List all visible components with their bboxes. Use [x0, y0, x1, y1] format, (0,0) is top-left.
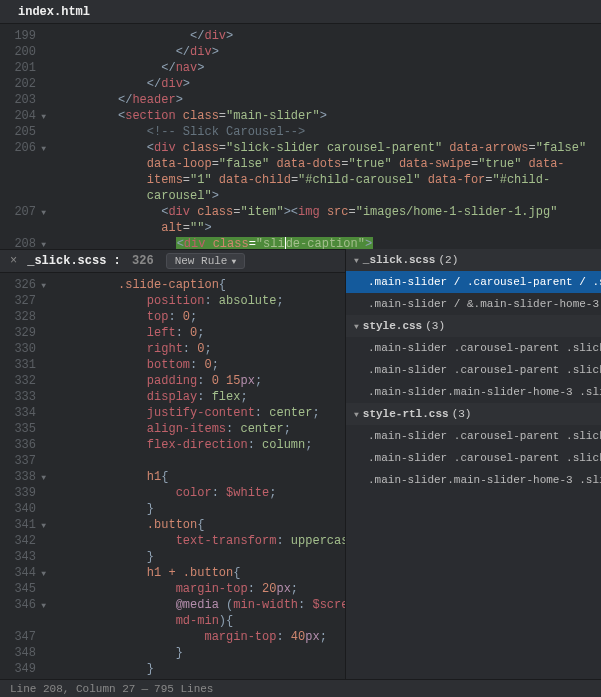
rule-row[interactable]: .main-slider.main-slider-home-3 .slick-s…: [346, 381, 601, 403]
rule-row[interactable]: .main-slider .carousel-parent .slick-sli…: [346, 447, 601, 469]
status-bar: Line 208, Column 27 — 795 Lines: [0, 679, 601, 697]
file-tab[interactable]: index.html: [8, 1, 100, 23]
chevron-down-icon: ▼: [231, 257, 236, 266]
rule-row[interactable]: .main-slider / .carousel-parent / .slick…: [346, 271, 601, 293]
cursor-position: Line 208, Column 27: [10, 683, 135, 695]
rule-row[interactable]: .main-slider .carousel-parent .slick-sli…: [346, 359, 601, 381]
new-rule-button[interactable]: New Rule ▼: [166, 253, 246, 269]
rule-row[interactable]: .main-slider .carousel-parent .slick-sli…: [346, 337, 601, 359]
css-code-area[interactable]: .slide-caption{ position: absolute; top:…: [46, 273, 345, 679]
html-editor-pane[interactable]: 199200201202203204205206 207 208 </div> …: [0, 24, 601, 249]
html-code-area[interactable]: </div> </div> </nav> </div> </header> <s…: [46, 24, 601, 249]
rule-row[interactable]: .main-slider .carousel-parent .slick-sli…: [346, 425, 601, 447]
quick-edit-filename: _slick.scss : 326: [27, 254, 153, 268]
tab-bar: index.html: [0, 0, 601, 24]
rules-file-header[interactable]: ▼style.css(3): [346, 315, 601, 337]
css-editor-pane[interactable]: 3263273283293303313323333343353363373383…: [0, 273, 345, 679]
close-icon[interactable]: ×: [0, 254, 27, 268]
rule-row[interactable]: .main-slider.main-slider-home-3 .slick-s…: [346, 469, 601, 491]
line-count: 795 Lines: [154, 683, 213, 695]
rules-file-header[interactable]: ▼_slick.scss(2): [346, 249, 601, 271]
html-gutter: 199200201202203204205206 207 208: [0, 24, 46, 249]
related-rules-pane: ▼_slick.scss(2).main-slider / .carousel-…: [345, 249, 601, 679]
rule-row[interactable]: .main-slider / &.main-slider-home-3 / .s…: [346, 293, 601, 315]
css-gutter: 3263273283293303313323333343353363373383…: [0, 273, 46, 679]
rules-file-header[interactable]: ▼style-rtl.css(3): [346, 403, 601, 425]
